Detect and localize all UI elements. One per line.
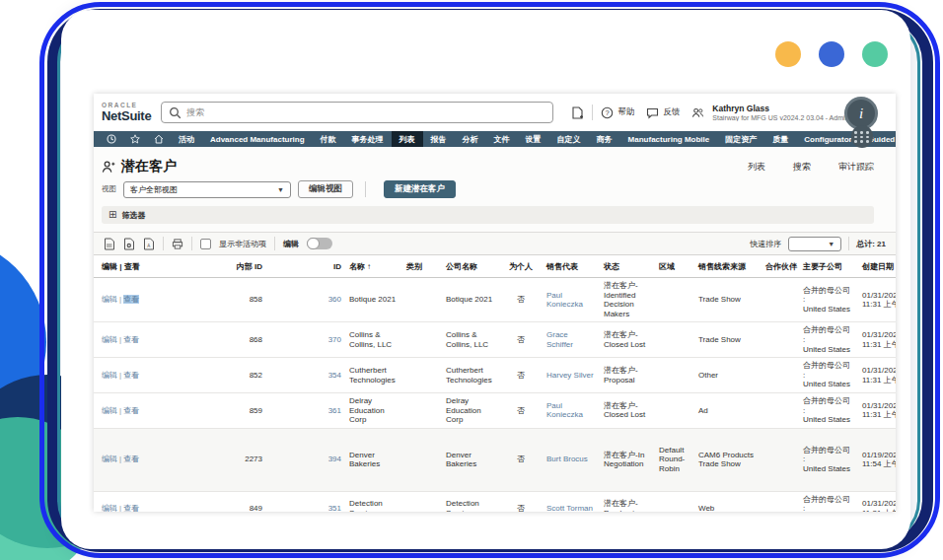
category-cell (402, 358, 442, 393)
edit-link[interactable]: 编辑 (102, 406, 117, 415)
rep-link[interactable]: Paul Konieczka (546, 401, 583, 420)
status-cell: 潜在客户-Closed Lost (600, 322, 655, 358)
view-link[interactable]: 查看 (123, 455, 139, 463)
chevron-down-icon: ▼ (277, 186, 284, 193)
column-header[interactable]: 创建日期 (858, 255, 896, 278)
info-widget: i (844, 97, 884, 148)
inline-edit-toggle[interactable] (307, 238, 332, 249)
rep-link[interactable]: Harvey Silver (546, 371, 594, 380)
column-header[interactable]: 内部 ID (163, 255, 266, 278)
id-link[interactable]: 361 (328, 406, 341, 415)
search-input[interactable] (186, 107, 545, 117)
row-actions: 编辑|查看 (94, 491, 163, 512)
name-cell: Denver Bakeries (345, 428, 402, 491)
user-menu[interactable]: Kathryn Glass Stairway for MFG US v2024.… (712, 104, 863, 121)
view-select[interactable]: 客户全部视图 ▼ (123, 181, 291, 198)
edit-link[interactable]: 编辑 (102, 295, 117, 304)
nav-item[interactable]: 付款 (313, 131, 344, 147)
help-button[interactable]: ? 帮助 (601, 106, 634, 119)
view-link[interactable]: 查看 (123, 504, 139, 512)
netsuite-logo[interactable]: ORACLE NetSuite (102, 103, 151, 122)
nav-item[interactable]: 固定资产 (717, 131, 764, 147)
roles-button[interactable] (691, 106, 704, 119)
people-icon (691, 106, 704, 119)
id-link[interactable]: 360 (328, 295, 341, 304)
view-link[interactable]: 查看 (123, 371, 139, 380)
pdf-export-icon[interactable]: A (143, 238, 155, 250)
nav-item[interactable]: 自定义 (549, 131, 589, 147)
new-lead-button[interactable]: 新建潜在客户 (384, 180, 456, 198)
corner-link-audit-trail[interactable]: 审计跟踪 (838, 161, 874, 174)
view-link[interactable]: 查看 (123, 406, 139, 415)
column-header[interactable]: 为个人 (499, 255, 543, 278)
view-link[interactable]: 查看 (123, 295, 139, 304)
sort-ascending-icon: ↑ (367, 262, 371, 271)
feedback-button[interactable]: 反馈 (646, 106, 680, 119)
link-separator: | (119, 504, 121, 512)
edit-link[interactable]: 编辑 (102, 371, 117, 380)
created-cell: 01/31/202411:31 上午 (858, 322, 896, 358)
nav-item[interactable]: Advanced Manufacturing (202, 131, 313, 147)
id-link[interactable]: 394 (328, 455, 341, 463)
home-icon[interactable] (147, 131, 171, 147)
nav-item[interactable]: 分析 (455, 131, 486, 147)
rep-link[interactable]: Paul Konieczka (546, 291, 583, 310)
button-divider (365, 181, 366, 197)
leads-icon (102, 161, 115, 174)
corner-link-list[interactable]: 列表 (748, 161, 765, 174)
territory-cell (655, 278, 694, 322)
table-header-row: 编辑 | 查看内部 IDID名称↑类别公司名称为个人销售代表状态区域销售线索来源… (94, 255, 896, 278)
view-link[interactable]: 查看 (123, 335, 139, 344)
widget-drag-handle[interactable] (851, 125, 873, 148)
corner-link-search[interactable]: 搜索 (793, 161, 811, 174)
nav-item[interactable]: 活动 (171, 131, 202, 147)
global-search[interactable] (161, 102, 553, 123)
rep-link[interactable]: Grace Schiffer (546, 330, 573, 349)
id-link[interactable]: 370 (328, 335, 341, 344)
column-header[interactable]: 合作伙伴 (762, 255, 799, 278)
edit-link[interactable]: 编辑 (102, 504, 117, 512)
nav-item[interactable]: 事务处理 (344, 131, 392, 147)
browser-card: ORACLE NetSuite ? 帮助 反馈 (61, 10, 910, 549)
company-cell: Cutherbert Technologies (442, 358, 499, 393)
excel-export-icon[interactable] (123, 238, 135, 250)
category-cell (402, 491, 442, 512)
csv-export-icon[interactable] (104, 238, 115, 250)
quick-sort-select[interactable]: ▼ (788, 237, 841, 251)
status-cell: 潜在客户-Identified Decision Makers (600, 278, 655, 322)
column-header[interactable]: 公司名称 (442, 255, 499, 278)
nav-item[interactable]: Manufacturing Mobile (620, 131, 718, 147)
rep-cell: Paul Konieczka (543, 392, 600, 428)
quick-add-button[interactable] (571, 106, 584, 119)
id-link[interactable]: 354 (328, 371, 341, 380)
column-header[interactable]: 名称↑ (345, 255, 402, 278)
column-header[interactable]: 销售线索来源 (694, 255, 762, 278)
column-header[interactable]: ID (266, 255, 345, 278)
filters-bar[interactable]: ⊞ 筛选器 (102, 206, 874, 224)
nav-item[interactable]: 商务 (589, 131, 620, 147)
column-header[interactable]: 状态 (600, 255, 655, 278)
nav-item[interactable]: 文件 (486, 131, 518, 147)
edit-view-button[interactable]: 编辑视图 (298, 180, 353, 198)
rep-link[interactable]: Burt Brocus (546, 455, 588, 463)
column-header[interactable]: 编辑 | 查看 (94, 255, 163, 278)
id-link[interactable]: 351 (328, 504, 341, 512)
rep-link[interactable]: Scott Torman (546, 504, 593, 512)
info-icon: i (859, 105, 863, 122)
column-header[interactable]: 类别 (402, 255, 442, 278)
column-header[interactable]: 区域 (655, 255, 694, 278)
favorites-star-icon[interactable] (123, 131, 147, 147)
id-cell: 361 (266, 392, 345, 428)
show-inactive-checkbox[interactable] (200, 239, 211, 249)
nav-item[interactable]: 列表 (392, 131, 423, 147)
recent-history-icon[interactable] (100, 131, 123, 147)
nav-item[interactable]: 质量 (764, 131, 796, 147)
print-icon[interactable] (172, 238, 183, 250)
nav-item[interactable]: 设置 (518, 131, 549, 147)
edit-link[interactable]: 编辑 (102, 455, 117, 463)
nav-item[interactable]: 报告 (423, 131, 455, 147)
column-header[interactable]: 主要子公司 (799, 255, 858, 278)
toolbar-divider (848, 237, 849, 250)
column-header[interactable]: 销售代表 (543, 255, 600, 278)
edit-link[interactable]: 编辑 (102, 335, 117, 344)
